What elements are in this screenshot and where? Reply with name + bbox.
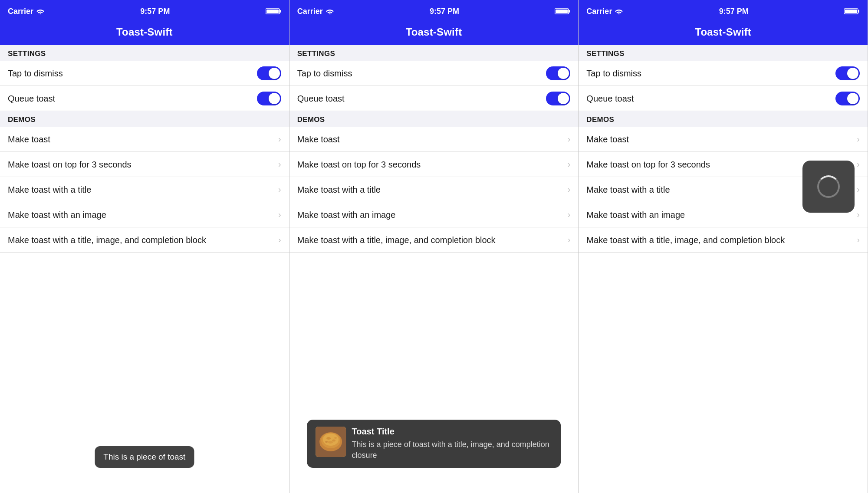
demo-label-full-1: Make toast with a title, image, and comp… [8,234,275,246]
toast-spinner-3 [802,161,855,213]
svg-point-11 [323,434,339,446]
svg-point-14 [328,441,333,444]
chevron-image-2: › [568,210,571,220]
chevron-make-toast-2: › [568,134,571,144]
tap-to-dismiss-row-1[interactable]: Tap to dismiss [0,61,289,86]
demo-row-full-3[interactable]: Make toast with a title, image, and comp… [579,227,868,253]
toast-text-area-2: Toast Title This is a piece of toast wit… [352,427,552,461]
status-carrier-2: Carrier [297,7,334,16]
demo-row-make-toast-2[interactable]: Make toast › [289,127,579,152]
demos-header-1: DEMOS [0,111,289,127]
status-battery-2 [555,7,570,15]
demo-label-image-2: Make toast with an image [297,209,564,220]
svg-point-12 [326,437,331,440]
svg-point-16 [334,437,337,439]
demo-label-top-1: Make toast on top for 3 seconds [8,159,275,170]
toast-bread-image-2 [316,427,346,457]
status-carrier-3: Carrier [586,7,623,16]
queue-toast-toggle-1[interactable] [257,92,281,105]
demo-row-full-1[interactable]: Make toast with a title, image, and comp… [0,227,289,253]
tap-to-dismiss-label-2: Tap to dismiss [297,68,546,79]
demo-label-full-3: Make toast with a title, image, and comp… [586,234,853,246]
chevron-full-3: › [857,235,860,245]
demo-row-image-2[interactable]: Make toast with an image › [289,202,579,227]
demo-row-make-toast-3[interactable]: Make toast › [579,127,868,152]
settings-header-2: SETTINGS [289,45,579,61]
chevron-top-1: › [278,159,281,169]
toast-rich-2: Toast Title This is a piece of toast wit… [307,420,561,468]
loading-spinner-3 [817,175,840,198]
chevron-title-1: › [278,184,281,194]
status-bar-1: Carrier 9:57 PM [0,0,289,22]
demo-row-make-toast-1[interactable]: Make toast › [0,127,289,152]
nav-title-2: Toast-Swift [289,22,579,45]
status-time-2: 9:57 PM [430,7,459,16]
nav-title-3: Toast-Swift [579,22,868,45]
queue-toast-toggle-3[interactable] [835,92,860,105]
demo-row-full-2[interactable]: Make toast with a title, image, and comp… [289,227,579,253]
status-bar-3: Carrier 9:57 PM [579,0,868,22]
queue-toast-row-2[interactable]: Queue toast [289,86,579,111]
demo-label-title-1: Make toast with a title [8,184,275,195]
status-time-3: 9:57 PM [719,7,749,16]
battery-icon-1 [266,7,281,15]
demo-label-make-toast-2: Make toast [297,134,564,145]
battery-icon-2 [555,7,570,15]
queue-toast-row-3[interactable]: Queue toast [579,86,868,111]
svg-point-4 [329,13,331,14]
chevron-title-3: › [857,184,860,194]
chevron-image-3: › [857,210,860,220]
status-bar-2: Carrier 9:57 PM [289,0,579,22]
phone-panel-2: Carrier 9:57 PM Toast-Swift SETTINGS Tap… [289,0,579,493]
svg-rect-7 [556,10,568,13]
demo-label-make-toast-3: Make toast [586,134,853,145]
svg-rect-20 [845,10,857,13]
queue-toast-label-2: Queue toast [297,93,546,104]
wifi-icon-2 [326,8,334,14]
tap-to-dismiss-row-2[interactable]: Tap to dismiss [289,61,579,86]
tap-to-dismiss-toggle-2[interactable] [546,66,570,80]
status-carrier-1: Carrier [8,7,45,16]
queue-toast-label-3: Queue toast [586,93,835,104]
status-battery-1 [266,7,281,15]
chevron-full-2: › [568,235,571,245]
chevron-full-1: › [278,235,281,245]
svg-point-13 [332,439,335,441]
demo-label-full-2: Make toast with a title, image, and comp… [297,234,564,246]
phone-panel-1: Carrier 9:57 PM Toast-Swift SETTINGS Tap… [0,0,289,493]
chevron-make-toast-3: › [857,134,860,144]
toast-body-2: This is a piece of toast with a title, i… [352,439,552,461]
wifi-icon-1 [36,8,45,14]
demos-header-2: DEMOS [289,111,579,127]
svg-point-15 [325,441,328,443]
svg-point-17 [618,13,620,14]
settings-header-1: SETTINGS [0,45,289,61]
chevron-title-2: › [568,184,571,194]
svg-rect-6 [569,10,570,13]
status-battery-3 [844,7,860,15]
demo-label-make-toast-1: Make toast [8,134,275,145]
queue-toast-label-1: Queue toast [8,93,257,104]
demo-label-title-2: Make toast with a title [297,184,564,195]
demos-header-3: DEMOS [579,111,868,127]
chevron-image-1: › [278,210,281,220]
phone-panel-3: Carrier 9:57 PM Toast-Swift SETTINGS Tap… [579,0,868,493]
queue-toast-toggle-2[interactable] [546,92,570,105]
tap-to-dismiss-row-3[interactable]: Tap to dismiss [579,61,868,86]
chevron-top-3: › [857,159,860,169]
tap-to-dismiss-toggle-3[interactable] [835,66,860,80]
settings-header-3: SETTINGS [579,45,868,61]
tap-to-dismiss-label-1: Tap to dismiss [8,68,257,79]
tap-to-dismiss-toggle-1[interactable] [257,66,281,80]
svg-rect-19 [858,10,859,13]
queue-toast-row-1[interactable]: Queue toast [0,86,289,111]
demo-row-image-1[interactable]: Make toast with an image › [0,202,289,227]
demo-label-image-1: Make toast with an image [8,209,275,220]
demo-row-top-2[interactable]: Make toast on top for 3 seconds › [289,152,579,177]
demo-row-title-1[interactable]: Make toast with a title › [0,177,289,202]
svg-point-0 [39,13,41,14]
demo-row-title-2[interactable]: Make toast with a title › [289,177,579,202]
demo-row-top-1[interactable]: Make toast on top for 3 seconds › [0,152,289,177]
battery-icon-3 [844,7,860,15]
nav-title-1: Toast-Swift [0,22,289,45]
